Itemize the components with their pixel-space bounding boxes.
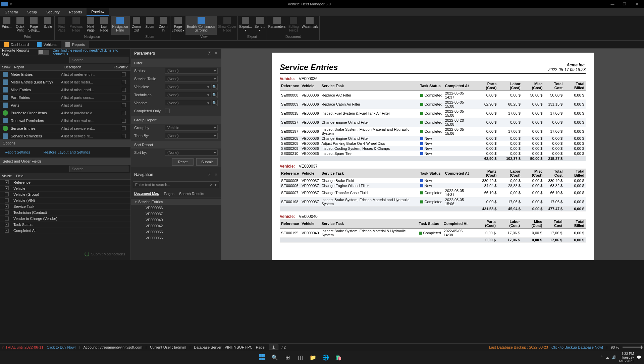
- search-icon[interactable]: 🔍: [269, 352, 280, 363]
- favorite-checkbox[interactable]: [122, 103, 126, 107]
- tree-item[interactable]: VE000042: [131, 223, 221, 229]
- favorite-only-toggle[interactable]: [38, 50, 49, 55]
- report-row[interactable]: Service EntriesA list of service ent...: [0, 125, 130, 132]
- field-row[interactable]: Completed At: [0, 228, 130, 234]
- visible-checkbox[interactable]: [5, 192, 9, 196]
- filter-select[interactable]: (None)▾: [165, 84, 211, 90]
- field-row[interactable]: Vehicle (VIN): [0, 198, 130, 204]
- completed-only-checkbox[interactable]: [165, 109, 170, 113]
- nav-tab-pages[interactable]: Pages: [164, 192, 174, 196]
- report-settings-link[interactable]: Report Settings: [5, 150, 30, 154]
- buy-link[interactable]: Click to Buy Now!: [47, 345, 75, 349]
- field-row[interactable]: Service Task: [0, 204, 130, 210]
- field-row[interactable]: Reference: [0, 180, 130, 186]
- filter-select[interactable]: (None)▾: [165, 100, 211, 106]
- store-icon[interactable]: 🛍️: [333, 352, 344, 363]
- ribbon-scale[interactable]: Scale: [41, 16, 54, 35]
- minimize-button[interactable]: —: [606, 0, 619, 8]
- system-clock[interactable]: 1:33 PMTuesday6/15/2021: [619, 352, 634, 363]
- visible-checkbox[interactable]: [5, 198, 9, 202]
- tray-cloud-icon[interactable]: ☁: [605, 355, 609, 360]
- visible-checkbox[interactable]: [5, 223, 9, 227]
- nav-tab-search-results[interactable]: Search Results: [179, 192, 204, 196]
- reset-button[interactable]: Reset: [172, 158, 194, 166]
- visible-checkbox[interactable]: [5, 204, 9, 208]
- ribbon-zoom[interactable]: Zoom: [143, 16, 157, 35]
- tab-reports[interactable]: Reports: [61, 41, 89, 48]
- ribbon-quick-print[interactable]: QuickPrint: [13, 16, 27, 35]
- report-row[interactable]: Meter Entries (Last Entry)A list of last…: [0, 78, 130, 86]
- report-search-input[interactable]: [69, 57, 128, 63]
- filter-select[interactable]: (None)▾: [165, 76, 218, 82]
- parameters-pin-icon[interactable]: ⊼: [208, 51, 211, 56]
- task-view-icon[interactable]: ⊞: [282, 352, 293, 363]
- then-by-select[interactable]: (None)▾: [165, 133, 218, 139]
- report-row[interactable]: Part EntriesA list of parts cons...: [0, 94, 130, 102]
- close-button[interactable]: ✕: [631, 0, 643, 8]
- sort-by-select[interactable]: (None)▾: [165, 149, 218, 156]
- report-row[interactable]: PartsA list of parts: [0, 102, 130, 109]
- filter-select[interactable]: (None)▾: [165, 92, 211, 98]
- tray-chevron-icon[interactable]: ˄: [601, 355, 603, 360]
- favorite-checkbox[interactable]: [122, 126, 126, 130]
- filter-select[interactable]: (None)▾: [165, 68, 218, 74]
- favorite-checkbox[interactable]: [122, 119, 126, 123]
- ribbon-page-setup-[interactable]: PageSetup...: [27, 16, 41, 35]
- menu-security[interactable]: Security: [42, 9, 64, 15]
- ribbon-enable-continuous-scrolling[interactable]: Enable ContinuousScrolling: [185, 16, 217, 35]
- lookup-button[interactable]: 🔍: [212, 84, 218, 90]
- submit-button[interactable]: Submit: [196, 158, 218, 166]
- edge-icon[interactable]: 🌐: [320, 352, 331, 363]
- visible-checkbox[interactable]: [5, 186, 9, 190]
- tree-item[interactable]: VE000040: [131, 217, 221, 223]
- field-row[interactable]: Vehicle: [0, 186, 130, 192]
- tree-item[interactable]: VE000037: [131, 211, 221, 217]
- ribbon-page-layout-[interactable]: PageLayout ▾: [170, 16, 186, 35]
- tree-item[interactable]: VE000056: [131, 235, 221, 241]
- zoom-slider[interactable]: [623, 347, 643, 348]
- nav-tab-document-map[interactable]: Document Map: [134, 191, 159, 196]
- ribbon-print-[interactable]: Print...: [0, 16, 13, 35]
- tree-item[interactable]: VE000055: [131, 229, 221, 235]
- parameters-close-icon[interactable]: ✕: [214, 51, 218, 56]
- ribbon-zoom-in[interactable]: ZoomIn: [157, 16, 170, 35]
- report-row[interactable]: Service RemindersA list of service re...: [0, 132, 130, 139]
- navigation-pin-icon[interactable]: ⊼: [208, 172, 211, 177]
- report-preview[interactable]: Service Entries Acme Inc. 2022-05-17 09:…: [221, 49, 644, 260]
- favorite-checkbox[interactable]: [122, 72, 126, 76]
- favorite-checkbox[interactable]: [122, 80, 126, 84]
- restore-layout-link[interactable]: Restore Layout and Settings: [44, 150, 90, 154]
- field-row[interactable]: Technician (Contact): [0, 210, 130, 216]
- favorite-checkbox[interactable]: [122, 111, 126, 115]
- field-row[interactable]: Vendor in Charge (Vendor): [0, 216, 130, 222]
- navigation-close-icon[interactable]: ✕: [214, 172, 218, 177]
- favorite-checkbox[interactable]: [122, 134, 126, 138]
- ribbon-next-page[interactable]: NextPage: [84, 16, 97, 35]
- widgets-icon[interactable]: ◫: [295, 352, 306, 363]
- contact-link[interactable]: Can't find the report you need? Click he…: [53, 49, 128, 56]
- visible-checkbox[interactable]: [5, 210, 9, 215]
- tray-volume-icon[interactable]: 🔊: [612, 355, 616, 360]
- menu-setup[interactable]: Setup: [22, 9, 42, 15]
- group-by-select[interactable]: Vehicle▾: [165, 125, 218, 131]
- report-row[interactable]: Renewal RemindersA list of renewal re...: [0, 117, 130, 125]
- favorite-checkbox[interactable]: [122, 96, 126, 100]
- lookup-button[interactable]: 🔍: [212, 100, 218, 106]
- menu-reports[interactable]: Reports: [64, 9, 87, 15]
- ribbon-navigation-pane[interactable]: NavigationPane: [111, 16, 129, 35]
- explorer-icon[interactable]: 📁: [308, 352, 318, 363]
- notifications-icon[interactable]: 💬: [637, 355, 641, 360]
- tree-item[interactable]: VE000036: [131, 205, 221, 211]
- visible-checkbox[interactable]: [5, 229, 9, 233]
- page-input[interactable]: [269, 345, 278, 350]
- submit-modifications-button[interactable]: Submit Modifications: [85, 252, 125, 256]
- tab-vehicles[interactable]: Vehicles: [33, 41, 61, 48]
- tree-root[interactable]: ▾ Service Entries: [131, 199, 221, 205]
- ribbon-parameters[interactable]: Parameters: [267, 16, 287, 35]
- ribbon-last-page[interactable]: LastPage: [97, 16, 111, 35]
- lookup-button[interactable]: 🔍: [212, 92, 218, 98]
- field-row[interactable]: Task Status: [0, 222, 130, 228]
- report-row[interactable]: Purchase Order ItemsA list of purchase o…: [0, 109, 130, 117]
- backup-link[interactable]: Click to Backup Database Now!: [551, 345, 603, 349]
- field-row[interactable]: Vehicle (Group): [0, 192, 130, 198]
